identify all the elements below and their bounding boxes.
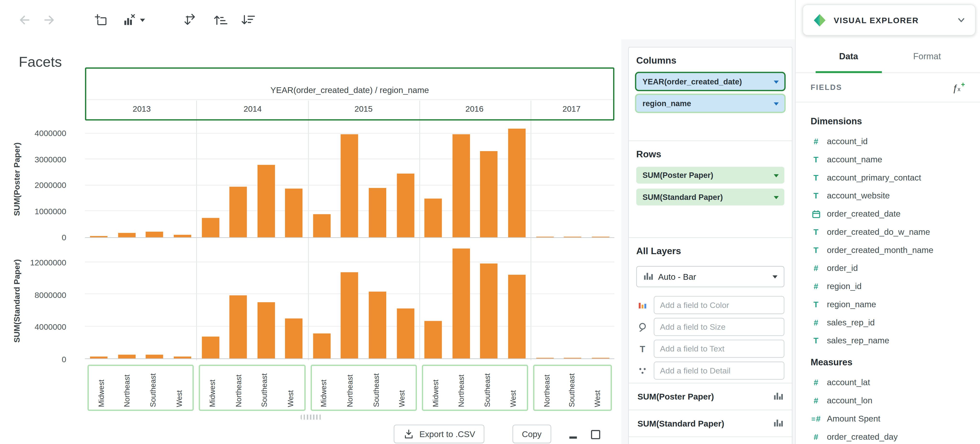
bar[interactable] <box>285 189 303 237</box>
layer-field-sum-standard-paper[interactable]: SUM(Standard Paper) <box>629 409 792 436</box>
bar[interactable] <box>480 264 498 358</box>
column-pill-region-name[interactable]: region_name <box>636 95 784 112</box>
field-item[interactable]: #account_lat <box>796 373 980 392</box>
field-item[interactable]: Tsales_rep_name <box>796 331 980 350</box>
visual-explorer-menu[interactable]: VISUAL EXPLORER <box>802 4 975 36</box>
copy-button[interactable]: Copy <box>512 425 551 443</box>
bar[interactable] <box>536 358 554 358</box>
add-calculated-field-icon[interactable]: ƒx+ <box>952 82 965 92</box>
bar[interactable] <box>452 249 470 358</box>
bar[interactable] <box>341 134 358 237</box>
bar[interactable] <box>118 354 135 358</box>
bar[interactable] <box>592 237 609 237</box>
field-item[interactable]: #order_created_day <box>796 428 980 444</box>
bar[interactable] <box>369 188 386 237</box>
bar[interactable] <box>508 129 525 238</box>
bar[interactable] <box>202 218 219 237</box>
size-drop-target[interactable]: Add a field to Size <box>654 318 784 336</box>
bar[interactable] <box>90 357 108 358</box>
field-item[interactable]: Taccount_primary_contact <box>796 168 980 187</box>
column-pill-year-order-created-date[interactable]: YEAR(order_created_date) <box>636 73 784 90</box>
bar[interactable] <box>369 292 386 358</box>
undo-button[interactable] <box>14 10 34 30</box>
facet-year-label[interactable]: 2017 <box>530 100 613 118</box>
bar[interactable] <box>229 187 247 238</box>
bar[interactable] <box>396 174 414 238</box>
add-visualization-button[interactable] <box>91 10 111 30</box>
chevron-down-icon[interactable] <box>774 102 779 105</box>
facet-year-label[interactable]: 2013 <box>86 100 197 118</box>
minimize-button[interactable] <box>565 428 581 441</box>
field-item[interactable]: #account_lon <box>796 392 980 409</box>
resize-handle[interactable] <box>301 415 322 420</box>
layer-field-sum-poster-paper[interactable]: SUM(Poster Paper) <box>629 383 792 409</box>
sort-descending-button[interactable] <box>237 10 258 30</box>
facet-year-label[interactable]: 2015 <box>308 100 419 118</box>
category-header-box[interactable]: MidwestNortheastSoutheastWest <box>88 365 194 411</box>
tab-data[interactable]: Data <box>809 40 888 73</box>
facet-year-label[interactable]: 2016 <box>419 100 530 118</box>
bar[interactable] <box>452 134 470 237</box>
category-header-box[interactable]: MidwestNortheastSoutheastWest <box>199 365 305 411</box>
bar[interactable] <box>396 309 414 358</box>
bar[interactable] <box>564 236 581 237</box>
chevron-down-icon[interactable] <box>774 174 779 177</box>
facet-year-label[interactable]: 2014 <box>197 100 308 118</box>
bar[interactable] <box>118 233 135 238</box>
field-item[interactable]: #order_id <box>796 259 980 278</box>
field-item[interactable]: =#Amount Spent <box>796 409 980 428</box>
bar[interactable] <box>564 358 581 358</box>
bar[interactable] <box>480 151 498 237</box>
field-item[interactable]: #account_id <box>796 132 980 151</box>
bar[interactable] <box>425 198 442 238</box>
field-item[interactable]: Torder_created_do_w_name <box>796 223 980 241</box>
field-item[interactable]: Taccount_website <box>796 187 980 205</box>
field-item[interactable]: #region_id <box>796 278 980 295</box>
bar[interactable] <box>313 333 331 358</box>
detail-drop-target[interactable]: Add a field to Detail <box>654 362 784 380</box>
tab-format[interactable]: Format <box>888 40 966 73</box>
chevron-down-icon[interactable] <box>774 80 779 84</box>
sort-ascending-button[interactable] <box>210 10 230 30</box>
bar[interactable] <box>285 318 303 358</box>
field-item[interactable]: Tregion_name <box>796 295 980 314</box>
mark-type-select[interactable]: Auto - Bar <box>636 266 784 287</box>
redo-button[interactable] <box>40 10 60 30</box>
remove-visualization-button[interactable] <box>119 10 147 30</box>
shelf-divider <box>629 437 792 444</box>
bar[interactable] <box>425 320 442 358</box>
chevron-down-icon[interactable] <box>774 196 779 199</box>
text-drop-target[interactable]: Add a field to Text <box>654 340 784 358</box>
bar[interactable] <box>174 356 191 358</box>
bar[interactable] <box>146 355 164 358</box>
bar[interactable] <box>592 358 609 358</box>
bar[interactable] <box>202 337 219 358</box>
bar[interactable] <box>313 214 331 237</box>
axis-tick-label: 12000000 <box>0 258 66 268</box>
swap-axes-button[interactable] <box>180 10 200 30</box>
field-item[interactable]: Torder_created_month_name <box>796 241 980 259</box>
row-pill-sum-poster-paper[interactable]: SUM(Poster Paper) <box>636 166 784 184</box>
category-header-box[interactable]: NortheastSoutheastWest <box>533 365 612 411</box>
export-csv-button[interactable]: Export to .CSV <box>394 425 484 443</box>
bar[interactable] <box>229 295 247 358</box>
field-item[interactable]: Taccount_name <box>796 151 980 168</box>
row-pill-sum-standard-paper[interactable]: SUM(Standard Paper) <box>636 189 784 206</box>
facet-header[interactable]: YEAR(order_created_date) / region_name 2… <box>85 67 614 121</box>
field-item[interactable]: order_created_date <box>796 205 980 223</box>
color-drop-target[interactable]: Add a field to Color <box>654 296 784 314</box>
bar[interactable] <box>257 302 275 358</box>
field-item[interactable]: #sales_rep_id <box>796 314 980 331</box>
maximize-button[interactable] <box>588 428 603 441</box>
bar[interactable] <box>146 232 164 238</box>
measures-title: Measures <box>796 350 980 373</box>
bar[interactable] <box>174 235 191 238</box>
page-title: Facets <box>19 54 62 71</box>
bar[interactable] <box>90 236 108 237</box>
bar[interactable] <box>341 273 358 358</box>
bar[interactable] <box>257 165 275 238</box>
bar[interactable] <box>536 236 554 237</box>
category-header-box[interactable]: MidwestNortheastSoutheastWest <box>422 365 528 411</box>
bar[interactable] <box>508 275 525 358</box>
category-header-box[interactable]: MidwestNortheastSoutheastWest <box>310 365 417 411</box>
